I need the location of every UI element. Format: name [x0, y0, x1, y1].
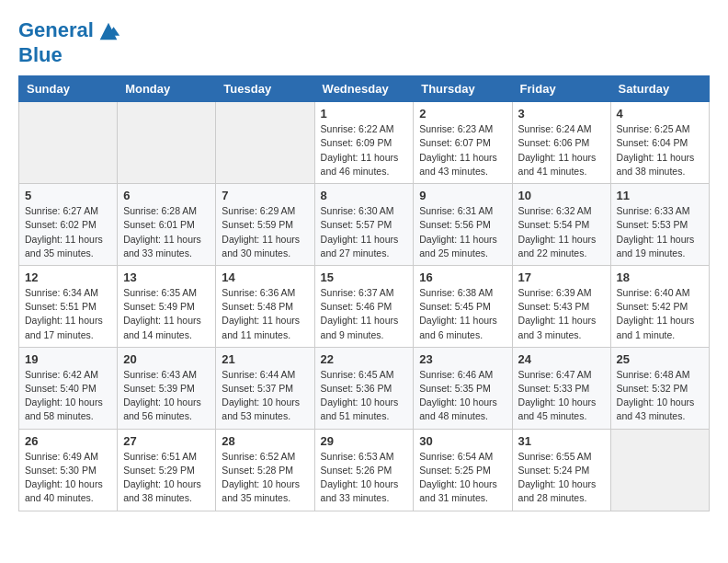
day-number: 17 [518, 270, 605, 284]
calendar-cell: 9Sunrise: 6:31 AM Sunset: 5:56 PM Daylig… [414, 184, 512, 266]
day-number: 31 [518, 434, 605, 448]
calendar-cell: 5Sunrise: 6:27 AM Sunset: 6:02 PM Daylig… [19, 184, 118, 266]
calendar-cell: 12Sunrise: 6:34 AM Sunset: 5:51 PM Dayli… [19, 265, 118, 347]
cell-content: Sunrise: 6:35 AM Sunset: 5:49 PM Dayligh… [123, 286, 210, 342]
calendar-cell: 26Sunrise: 6:49 AM Sunset: 5:30 PM Dayli… [19, 429, 118, 511]
day-number: 26 [25, 434, 111, 448]
cell-content: Sunrise: 6:43 AM Sunset: 5:39 PM Dayligh… [123, 368, 210, 424]
calendar-cell: 11Sunrise: 6:33 AM Sunset: 5:53 PM Dayli… [610, 184, 709, 266]
day-number: 3 [518, 107, 605, 121]
day-number: 8 [321, 189, 408, 202]
calendar-week-row: 26Sunrise: 6:49 AM Sunset: 5:30 PM Dayli… [19, 429, 710, 511]
day-number: 15 [321, 270, 408, 284]
day-number: 25 [617, 352, 703, 366]
calendar-cell: 14Sunrise: 6:36 AM Sunset: 5:48 PM Dayli… [216, 265, 314, 347]
calendar-cell: 22Sunrise: 6:45 AM Sunset: 5:36 PM Dayli… [314, 347, 414, 429]
weekday-header: Tuesday [216, 76, 314, 102]
calendar-week-row: 1Sunrise: 6:22 AM Sunset: 6:09 PM Daylig… [19, 102, 710, 184]
page-header: General Blue [18, 18, 710, 66]
cell-content: Sunrise: 6:42 AM Sunset: 5:40 PM Dayligh… [25, 368, 111, 424]
day-number: 24 [518, 352, 605, 366]
calendar-week-row: 19Sunrise: 6:42 AM Sunset: 5:40 PM Dayli… [19, 347, 710, 429]
day-number: 14 [222, 270, 308, 284]
calendar-cell: 24Sunrise: 6:47 AM Sunset: 5:33 PM Dayli… [512, 347, 610, 429]
cell-content: Sunrise: 6:27 AM Sunset: 6:02 PM Dayligh… [25, 204, 111, 260]
day-number: 27 [123, 434, 210, 448]
day-number: 7 [222, 189, 308, 202]
day-number: 21 [222, 352, 308, 366]
day-number: 6 [123, 189, 210, 202]
calendar-cell: 1Sunrise: 6:22 AM Sunset: 6:09 PM Daylig… [314, 102, 414, 184]
day-number: 29 [321, 434, 408, 448]
cell-content: Sunrise: 6:30 AM Sunset: 5:57 PM Dayligh… [321, 204, 408, 260]
cell-content: Sunrise: 6:39 AM Sunset: 5:43 PM Dayligh… [518, 286, 605, 342]
calendar-cell: 20Sunrise: 6:43 AM Sunset: 5:39 PM Dayli… [118, 347, 216, 429]
day-number: 23 [419, 352, 506, 366]
day-number: 18 [617, 270, 703, 284]
cell-content: Sunrise: 6:34 AM Sunset: 5:51 PM Dayligh… [25, 286, 111, 342]
calendar-cell: 23Sunrise: 6:46 AM Sunset: 5:35 PM Dayli… [414, 347, 512, 429]
cell-content: Sunrise: 6:22 AM Sunset: 6:09 PM Dayligh… [321, 122, 408, 178]
cell-content: Sunrise: 6:46 AM Sunset: 5:35 PM Dayligh… [419, 368, 506, 424]
logo-text: General Blue [18, 18, 121, 66]
calendar-table: SundayMondayTuesdayWednesdayThursdayFrid… [18, 75, 710, 511]
calendar-cell: 8Sunrise: 6:30 AM Sunset: 5:57 PM Daylig… [314, 184, 414, 266]
weekday-header: Monday [118, 76, 216, 102]
cell-content: Sunrise: 6:29 AM Sunset: 5:59 PM Dayligh… [222, 204, 308, 260]
cell-content: Sunrise: 6:28 AM Sunset: 6:01 PM Dayligh… [123, 204, 210, 260]
cell-content: Sunrise: 6:40 AM Sunset: 5:42 PM Dayligh… [617, 286, 703, 342]
calendar-cell: 27Sunrise: 6:51 AM Sunset: 5:29 PM Dayli… [118, 429, 216, 511]
day-number: 2 [419, 107, 506, 121]
calendar-cell: 13Sunrise: 6:35 AM Sunset: 5:49 PM Dayli… [118, 265, 216, 347]
cell-content: Sunrise: 6:38 AM Sunset: 5:45 PM Dayligh… [419, 286, 506, 342]
calendar-cell: 15Sunrise: 6:37 AM Sunset: 5:46 PM Dayli… [314, 265, 414, 347]
calendar-cell: 16Sunrise: 6:38 AM Sunset: 5:45 PM Dayli… [414, 265, 512, 347]
cell-content: Sunrise: 6:36 AM Sunset: 5:48 PM Dayligh… [222, 286, 308, 342]
calendar-cell: 31Sunrise: 6:55 AM Sunset: 5:24 PM Dayli… [512, 429, 610, 511]
day-number: 5 [25, 189, 111, 202]
calendar-cell: 21Sunrise: 6:44 AM Sunset: 5:37 PM Dayli… [216, 347, 314, 429]
day-number: 30 [419, 434, 506, 448]
calendar-cell: 30Sunrise: 6:54 AM Sunset: 5:25 PM Dayli… [414, 429, 512, 511]
calendar-cell: 7Sunrise: 6:29 AM Sunset: 5:59 PM Daylig… [216, 184, 314, 266]
cell-content: Sunrise: 6:47 AM Sunset: 5:33 PM Dayligh… [518, 368, 605, 424]
cell-content: Sunrise: 6:45 AM Sunset: 5:36 PM Dayligh… [321, 368, 408, 424]
day-number: 4 [617, 107, 703, 121]
calendar-cell: 3Sunrise: 6:24 AM Sunset: 6:06 PM Daylig… [512, 102, 610, 184]
calendar-week-row: 5Sunrise: 6:27 AM Sunset: 6:02 PM Daylig… [19, 184, 710, 266]
day-number: 22 [321, 352, 408, 366]
cell-content: Sunrise: 6:54 AM Sunset: 5:25 PM Dayligh… [419, 450, 506, 506]
calendar-cell: 28Sunrise: 6:52 AM Sunset: 5:28 PM Dayli… [216, 429, 314, 511]
cell-content: Sunrise: 6:49 AM Sunset: 5:30 PM Dayligh… [25, 450, 111, 506]
day-number: 19 [25, 352, 111, 366]
day-number: 16 [419, 270, 506, 284]
calendar-cell: 25Sunrise: 6:48 AM Sunset: 5:32 PM Dayli… [610, 347, 709, 429]
cell-content: Sunrise: 6:51 AM Sunset: 5:29 PM Dayligh… [123, 450, 210, 506]
day-number: 20 [123, 352, 210, 366]
calendar-cell [216, 102, 314, 184]
calendar-cell: 19Sunrise: 6:42 AM Sunset: 5:40 PM Dayli… [19, 347, 118, 429]
day-number: 11 [617, 189, 703, 202]
day-number: 28 [222, 434, 308, 448]
cell-content: Sunrise: 6:53 AM Sunset: 5:26 PM Dayligh… [321, 450, 408, 506]
calendar-cell: 29Sunrise: 6:53 AM Sunset: 5:26 PM Dayli… [314, 429, 414, 511]
cell-content: Sunrise: 6:37 AM Sunset: 5:46 PM Dayligh… [321, 286, 408, 342]
calendar-cell: 6Sunrise: 6:28 AM Sunset: 6:01 PM Daylig… [118, 184, 216, 266]
cell-content: Sunrise: 6:48 AM Sunset: 5:32 PM Dayligh… [617, 368, 703, 424]
day-number: 1 [321, 107, 408, 121]
logo: General Blue [18, 18, 121, 66]
calendar-cell [610, 429, 709, 511]
weekday-header: Saturday [610, 76, 709, 102]
cell-content: Sunrise: 6:24 AM Sunset: 6:06 PM Dayligh… [518, 122, 605, 178]
calendar-cell [118, 102, 216, 184]
cell-content: Sunrise: 6:52 AM Sunset: 5:28 PM Dayligh… [222, 450, 308, 506]
calendar-cell: 4Sunrise: 6:25 AM Sunset: 6:04 PM Daylig… [610, 102, 709, 184]
weekday-header: Sunday [19, 76, 118, 102]
day-number: 12 [25, 270, 111, 284]
day-number: 10 [518, 189, 605, 202]
calendar-cell: 17Sunrise: 6:39 AM Sunset: 5:43 PM Dayli… [512, 265, 610, 347]
calendar-header-row: SundayMondayTuesdayWednesdayThursdayFrid… [19, 76, 710, 102]
cell-content: Sunrise: 6:31 AM Sunset: 5:56 PM Dayligh… [419, 204, 506, 260]
weekday-header: Thursday [414, 76, 512, 102]
calendar-cell: 2Sunrise: 6:23 AM Sunset: 6:07 PM Daylig… [414, 102, 512, 184]
